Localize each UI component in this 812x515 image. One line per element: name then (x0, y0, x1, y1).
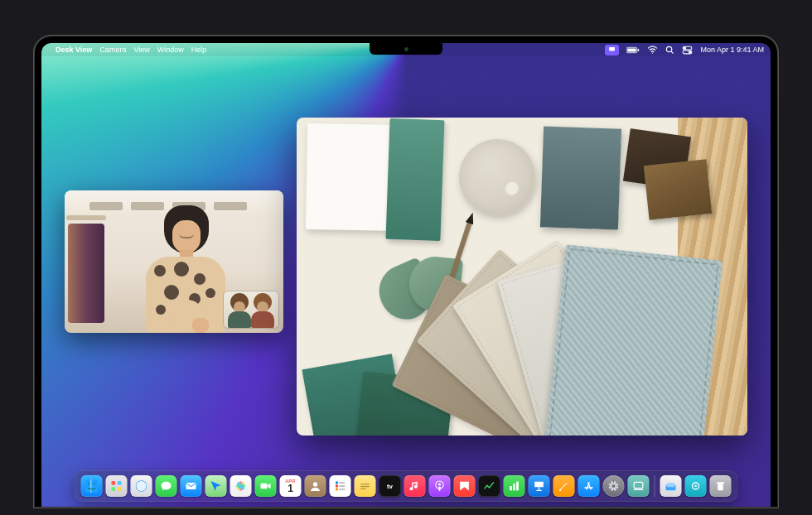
facetime-pip[interactable] (224, 291, 278, 328)
facetime-presenter (141, 200, 230, 333)
dock-maps-icon[interactable] (205, 475, 227, 497)
svg-rect-59 (667, 483, 674, 487)
tv-icon-label: tv (387, 483, 393, 490)
svg-rect-57 (634, 489, 644, 490)
dock-downloads-stack[interactable] (660, 475, 682, 497)
svg-point-12 (88, 483, 89, 484)
dock-settings-icon[interactable] (603, 475, 625, 497)
desk-view-video (297, 118, 747, 436)
dock-contacts-icon[interactable] (305, 475, 326, 497)
svg-point-10 (689, 51, 691, 52)
dock-tv-icon[interactable]: tv (379, 475, 401, 497)
facetime-window[interactable] (65, 190, 283, 333)
app-menu-name[interactable]: Desk View (56, 46, 92, 54)
dock-facetime-icon[interactable] (255, 475, 277, 497)
dock-safari-icon[interactable] (131, 475, 152, 497)
battery-icon[interactable] (626, 46, 640, 54)
svg-rect-40 (513, 484, 515, 490)
svg-point-4 (652, 52, 653, 53)
laptop-frame: Desk View Camera View Window Help (33, 35, 779, 508)
svg-line-6 (671, 51, 674, 53)
svg-point-27 (313, 482, 317, 486)
dock-trash-icon[interactable] (710, 475, 732, 497)
svg-rect-0 (610, 46, 616, 51)
dock-recent-picture[interactable] (685, 475, 707, 497)
svg-rect-41 (516, 482, 519, 491)
svg-point-30 (336, 484, 338, 487)
menu-help[interactable]: Help (191, 46, 207, 54)
dock-calendar-icon[interactable]: APR 1 (280, 475, 302, 497)
dock-reminders-icon[interactable] (330, 475, 351, 497)
svg-point-28 (336, 481, 338, 484)
dock-mail-icon[interactable] (181, 475, 202, 497)
svg-rect-2 (628, 48, 636, 51)
menu-camera[interactable]: Camera (99, 46, 126, 54)
svg-rect-62 (718, 484, 723, 490)
svg-rect-56 (634, 482, 643, 488)
dock-deskview-icon[interactable] (628, 475, 650, 497)
display-notch (370, 43, 442, 55)
svg-rect-35 (360, 486, 370, 487)
menubar-clock[interactable]: Mon Apr 1 9:41 AM (700, 46, 764, 54)
svg-point-37 (438, 483, 441, 485)
dock-music-icon[interactable] (404, 475, 426, 497)
dock-stocks-icon[interactable] (479, 475, 500, 497)
dock-separator (655, 475, 655, 497)
dock-news-icon[interactable] (454, 475, 476, 497)
spotlight-search-icon[interactable] (665, 46, 674, 55)
svg-rect-36 (360, 489, 366, 489)
svg-rect-11 (85, 479, 99, 493)
dock-podcasts-icon[interactable] (429, 475, 451, 497)
svg-rect-63 (717, 482, 724, 484)
svg-rect-21 (186, 483, 196, 489)
svg-rect-29 (339, 482, 345, 484)
desk-view-window[interactable] (297, 118, 747, 436)
svg-point-47 (612, 484, 616, 488)
screen-share-icon[interactable] (605, 45, 619, 55)
dock-notes-icon[interactable] (355, 475, 376, 497)
svg-rect-3 (638, 48, 640, 51)
svg-rect-42 (534, 482, 544, 488)
svg-rect-16 (112, 487, 116, 491)
facetime-main-video (65, 190, 283, 333)
svg-rect-45 (559, 490, 561, 491)
svg-point-20 (137, 482, 146, 491)
dock-finder-icon[interactable] (81, 475, 103, 497)
dock-keynote-icon[interactable] (529, 475, 550, 497)
svg-point-13 (94, 483, 95, 484)
control-center-icon[interactable] (682, 46, 693, 55)
screen-bezel: Desk View Camera View Window Help (35, 36, 777, 507)
dock: APR 1 tv (75, 470, 738, 502)
dock-pages-icon[interactable] (553, 475, 575, 497)
menu-view[interactable]: View (133, 46, 149, 54)
svg-point-5 (667, 46, 672, 51)
desktop[interactable]: Desk View Camera View Window Help (41, 43, 771, 507)
svg-rect-31 (339, 485, 345, 487)
svg-rect-26 (261, 484, 268, 489)
dock-messages-icon[interactable] (156, 475, 177, 497)
menu-window[interactable]: Window (157, 46, 184, 54)
dock-numbers-icon[interactable] (504, 475, 525, 497)
wifi-icon[interactable] (647, 46, 658, 54)
svg-rect-33 (339, 489, 345, 490)
svg-point-32 (336, 488, 338, 490)
svg-rect-34 (360, 484, 370, 484)
svg-point-8 (684, 46, 686, 48)
dock-photos-icon[interactable] (230, 475, 252, 497)
dock-launchpad-icon[interactable] (106, 475, 128, 497)
svg-rect-14 (112, 481, 116, 485)
svg-rect-17 (118, 487, 122, 491)
svg-point-61 (694, 485, 697, 488)
svg-rect-39 (510, 486, 512, 490)
calendar-day-number: 1 (288, 484, 293, 493)
svg-rect-44 (536, 490, 542, 491)
dock-appstore-icon[interactable] (578, 475, 600, 497)
svg-rect-15 (118, 481, 122, 485)
